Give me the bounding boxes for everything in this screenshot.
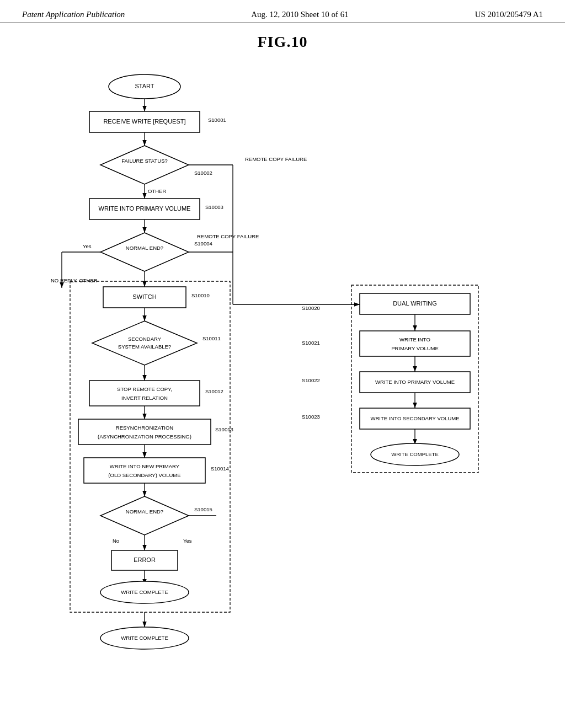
s10023-label: S10023 — [302, 414, 320, 420]
s10011-label: S10011 — [202, 335, 221, 341]
yes-label-2: Yes — [183, 538, 192, 544]
no-reply-label: NO REPLY, OTHER — [51, 277, 98, 283]
dual-writing-label: DUAL WRITING — [393, 300, 437, 307]
write-complete-2-label: WRITE COMPLETE — [121, 635, 168, 641]
s10022-label: S10022 — [302, 377, 320, 383]
write-secondary-label: WRITE INTO SECONDARY VOLUME — [371, 415, 460, 421]
header-publication: Patent Application Publication — [22, 10, 125, 19]
write-complete-1-label: WRITE COMPLETE — [121, 589, 168, 595]
diagram-area: START RECEIVE WRITE [REQUEST] S10001 FAI… — [18, 56, 547, 690]
error-label: ERROR — [134, 556, 156, 563]
stop-remote-label-1: STOP REMOTE COPY, — [117, 386, 172, 392]
new-primary-label-2: (OLD SECONDARY) VOLUME — [108, 472, 180, 478]
remote-copy-failure-top: REMOTE COPY FAILURE — [245, 156, 307, 162]
start-label: START — [135, 83, 154, 89]
header-patent-number: US 2010/205479 A1 — [475, 10, 543, 19]
switch-label: SWITCH — [132, 293, 156, 300]
resync-label-1: RESYNCHRONIZATION — [116, 425, 173, 431]
normal-end-1-label: NORMAL END? — [126, 245, 163, 251]
normal-end-2-label: NORMAL END? — [126, 508, 163, 515]
s10020-label: S10020 — [302, 305, 320, 311]
write-complete-3-label: WRITE COMPLETE — [391, 451, 439, 457]
write-primary-2-label-1: WRITE INTO — [399, 336, 430, 342]
stop-remote-box — [89, 381, 200, 406]
page-header: Patent Application Publication Aug. 12, … — [0, 0, 565, 23]
figure-title: FIG.10 — [0, 33, 565, 51]
s10012-label: S10012 — [205, 388, 223, 394]
stop-remote-label-2: INVERT RELATION — [121, 395, 168, 401]
s10014-label: S10014 — [211, 465, 229, 472]
s10003-label: S10003 — [205, 204, 223, 210]
s10013-label: S10013 — [215, 426, 233, 432]
s10001-label: S10001 — [208, 117, 226, 123]
other-label: OTHER — [148, 188, 166, 194]
new-primary-box — [84, 458, 205, 483]
write-primary-2-box — [360, 331, 470, 356]
write-primary-2-label-2: PRIMARY VOLUME — [391, 345, 439, 351]
failure-status-diamond — [100, 146, 189, 184]
s10015-label: S10015 — [194, 506, 212, 512]
yes-label-1: Yes — [83, 243, 92, 249]
new-primary-label-1: WRITE INTO NEW PRIMARY — [110, 463, 180, 469]
secondary-avail-label-2: SYSTEM AVAILABLE? — [118, 344, 171, 350]
s10021-label: S10021 — [302, 340, 320, 346]
normal-end-2-diamond — [100, 496, 189, 535]
failure-status-label: FAILURE STATUS? — [121, 158, 168, 164]
write-primary-3-label: WRITE INTO PRIMARY VOLUME — [375, 379, 455, 385]
header-date-sheet: Aug. 12, 2010 Sheet 10 of 61 — [251, 10, 349, 19]
resync-label-2: (ASYNCHRONIZATION PROCESSING) — [98, 433, 191, 440]
s10004-label: S10004 — [194, 240, 212, 247]
no-label-2: No — [113, 538, 119, 544]
resync-box — [78, 419, 211, 445]
receive-label: RECEIVE WRITE [REQUEST] — [103, 118, 185, 125]
remote-copy-failure-label-1: REMOTE COPY FAILURE — [197, 233, 259, 239]
s10002-label: S10002 — [194, 170, 212, 176]
secondary-avail-label-1: SECONDARY — [128, 336, 162, 342]
write-primary-1-label: WRITE INTO PRIMARY VOLUME — [99, 205, 191, 212]
s10010-label: S10010 — [191, 292, 210, 298]
normal-end-1-diamond — [100, 233, 189, 271]
